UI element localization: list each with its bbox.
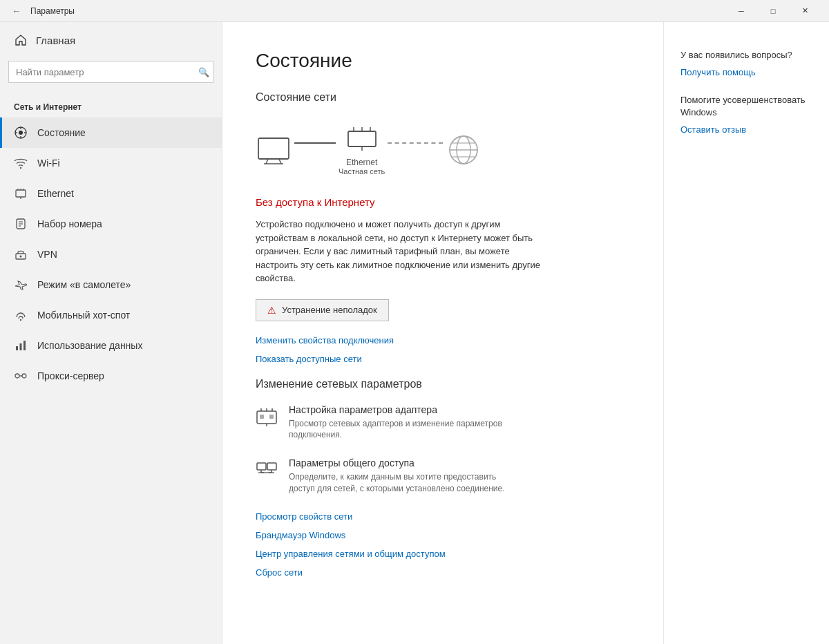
right-panel: У вас появились вопросы? Получить помощь… (663, 22, 829, 644)
home-label: Главная (36, 35, 75, 46)
sidebar-item-label-wifi: Wi-Fi (37, 158, 60, 169)
troubleshoot-button[interactable]: ⚠ Устранение неполадок (256, 299, 389, 321)
dialup-icon (14, 217, 28, 231)
svg-point-22 (15, 374, 19, 378)
warning-icon: ⚠ (267, 305, 276, 316)
network-status-title: Состояние сети (256, 91, 630, 104)
sidebar-item-dialup[interactable]: Набор номера (0, 209, 222, 239)
adapter-settings-text: Настройка параметров адаптера Просмотр с… (289, 404, 524, 442)
reset-network-link[interactable]: Сброс сети (256, 567, 630, 578)
adapter-settings-desc: Просмотр сетевых адаптеров и изменение п… (289, 418, 524, 442)
airplane-icon (14, 278, 28, 292)
search-container: 🔍 (8, 61, 213, 83)
sharing-settings-item: Параметры общего доступа Определите, к к… (256, 457, 630, 495)
sidebar-item-hotspot[interactable]: Мобильный хот-спот (0, 300, 222, 330)
leave-feedback-link[interactable]: Оставить отзыв (680, 124, 812, 135)
sidebar: Главная 🔍 Сеть и Интернет Состояние (0, 22, 222, 644)
sidebar-item-label-datausage: Использование данных (37, 340, 142, 351)
svg-rect-25 (258, 138, 289, 159)
sharing-settings-icon (256, 459, 278, 481)
svg-rect-46 (257, 463, 266, 470)
change-connection-link[interactable]: Изменить свойства подключения (256, 335, 630, 345)
svg-point-17 (20, 256, 22, 258)
sidebar-item-airplane[interactable]: Режим «в самолете» (0, 269, 222, 300)
network-diagram: Ethernet Частная сеть (256, 117, 630, 182)
change-settings-title: Изменение сетевых параметров (256, 378, 630, 390)
svg-rect-7 (16, 190, 26, 197)
adapter-settings-item: Настройка параметров адаптера Просмотр с… (256, 404, 630, 442)
help-question: У вас появились вопросы? (680, 50, 812, 60)
sidebar-section-title: Сеть и Интернет (0, 97, 222, 117)
description-text: Устройство подключено и может получить д… (256, 218, 546, 285)
private-network-label: Частная сеть (339, 167, 385, 176)
svg-line-26 (266, 159, 268, 164)
status-icon (14, 126, 28, 140)
wifi-icon (14, 156, 28, 170)
svg-rect-21 (23, 341, 26, 350)
improve-windows-text: Помогите усовершенствовать Windows (680, 94, 812, 119)
sidebar-item-status[interactable]: Состояние (0, 117, 222, 148)
back-button[interactable]: ← (8, 3, 25, 19)
view-network-props-link[interactable]: Просмотр свойств сети (256, 511, 630, 522)
minimize-button[interactable]: ─ (725, 0, 757, 22)
solid-line (294, 142, 336, 144)
svg-point-1 (19, 131, 23, 135)
sharing-settings-title[interactable]: Параметры общего доступа (289, 457, 524, 468)
troubleshoot-label: Устранение неполадок (282, 305, 377, 315)
get-help-link[interactable]: Получить помощь (680, 67, 812, 77)
svg-point-23 (22, 374, 26, 378)
sidebar-item-vpn[interactable]: VPN (0, 239, 222, 269)
main-content: Состояние Состояние сети (222, 22, 663, 644)
dashed-line (388, 142, 443, 144)
sidebar-item-label-proxy: Прокси-сервер (37, 370, 104, 381)
ethernet-icon (14, 187, 28, 200)
computer-icon-group (256, 135, 292, 164)
network-center-link[interactable]: Центр управления сетями и общим доступом (256, 549, 630, 559)
svg-rect-44 (260, 415, 264, 419)
svg-rect-49 (267, 463, 276, 470)
sidebar-item-label-airplane: Режим «в самолете» (37, 279, 131, 290)
adapter-settings-title[interactable]: Настройка параметров адаптера (289, 404, 524, 415)
no-internet-status: Без доступа к Интернету (256, 196, 630, 208)
app-body: Главная 🔍 Сеть и Интернет Состояние (0, 22, 829, 644)
sidebar-item-label-dialup: Набор номера (37, 218, 102, 229)
sidebar-item-label-hotspot: Мобильный хот-спот (37, 310, 130, 321)
sidebar-item-label-status: Состояние (37, 127, 86, 138)
sidebar-item-label-ethernet: Ethernet (37, 188, 74, 199)
sharing-settings-desc: Определите, к каким данным вы хотите пре… (289, 471, 524, 495)
sharing-settings-text: Параметры общего доступа Определите, к к… (289, 457, 524, 495)
search-input[interactable] (8, 61, 213, 83)
svg-rect-20 (20, 343, 22, 350)
hotspot-icon (14, 308, 28, 322)
search-icon: 🔍 (198, 67, 209, 77)
window-controls: ─ □ ✕ (725, 0, 821, 22)
sidebar-item-datausage[interactable]: Использование данных (0, 330, 222, 361)
home-icon (14, 33, 28, 47)
vpn-icon (14, 247, 28, 261)
svg-line-27 (279, 159, 281, 164)
router-icon-group: Ethernet Частная сеть (339, 124, 385, 176)
close-button[interactable]: ✕ (789, 0, 821, 22)
sidebar-item-label-vpn: VPN (37, 249, 57, 260)
sidebar-item-ethernet[interactable]: Ethernet (0, 178, 222, 209)
svg-rect-29 (348, 131, 376, 146)
proxy-icon (14, 369, 28, 383)
firewall-link[interactable]: Брандмауэр Windows (256, 530, 630, 540)
show-networks-link[interactable]: Показать доступные сети (256, 354, 630, 364)
svg-point-6 (20, 167, 21, 169)
titlebar: ← Параметры ─ □ ✕ (0, 0, 829, 22)
svg-rect-45 (269, 415, 274, 419)
svg-rect-19 (16, 346, 18, 350)
page-title: Состояние (256, 50, 630, 72)
ethernet-diagram-label: Ethernet (346, 158, 377, 167)
home-button[interactable]: Главная (0, 22, 222, 58)
sidebar-item-wifi[interactable]: Wi-Fi (0, 148, 222, 178)
adapter-settings-icon (256, 406, 278, 428)
datausage-icon (14, 339, 28, 352)
svg-point-18 (20, 319, 21, 321)
app-title: Параметры (30, 6, 75, 16)
maximize-button[interactable]: □ (757, 0, 789, 22)
globe-icon-group (446, 132, 482, 168)
sidebar-item-proxy[interactable]: Прокси-сервер (0, 361, 222, 391)
